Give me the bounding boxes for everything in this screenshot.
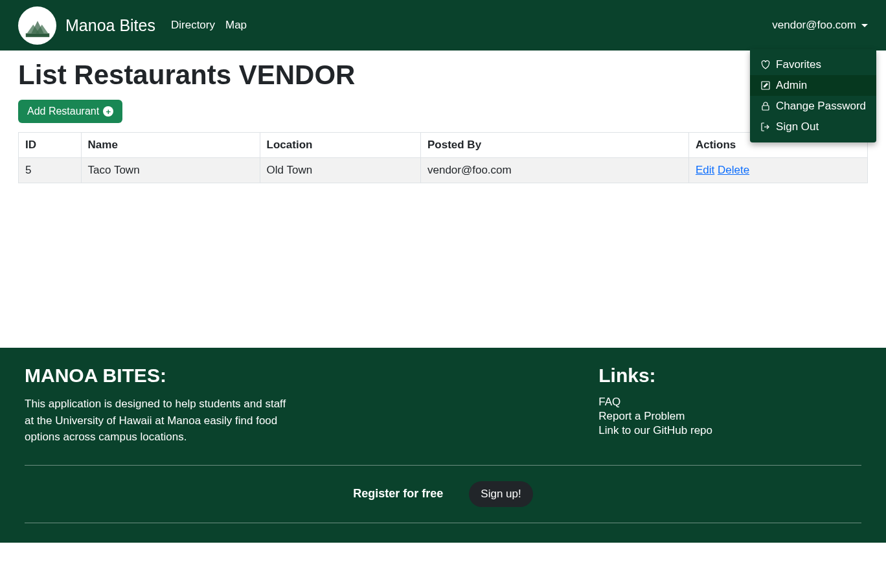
svg-rect-5 xyxy=(762,106,769,110)
user-dropdown-toggle[interactable]: vendor@foo.com xyxy=(772,19,868,32)
pencil-square-icon xyxy=(760,80,771,91)
delete-link[interactable]: Delete xyxy=(718,164,749,176)
footer-links-title: Links: xyxy=(598,365,712,387)
th-id: ID xyxy=(19,133,82,158)
cell-location: Old Town xyxy=(260,158,420,183)
nav-right: vendor@foo.com Favorites Admin Change Pa… xyxy=(772,19,868,32)
dropdown-label-favorites: Favorites xyxy=(776,58,821,71)
signup-button[interactable]: Sign up! xyxy=(469,481,532,507)
navbar: Manoa Bites Directory Map vendor@foo.com… xyxy=(0,0,886,51)
dropdown-label-admin: Admin xyxy=(776,79,807,92)
th-posted-by: Posted By xyxy=(420,133,688,158)
nav-link-map[interactable]: Map xyxy=(225,19,247,32)
footer-divider-bottom xyxy=(25,523,861,523)
sign-out-icon xyxy=(760,122,771,132)
dropdown-label-sign-out: Sign Out xyxy=(776,120,819,133)
footer-links-list: FAQ Report a Problem Link to our GitHub … xyxy=(598,396,712,437)
cell-name: Taco Town xyxy=(81,158,260,183)
footer-about: MANOA BITES: This application is designe… xyxy=(25,365,297,446)
nav-links: Directory Map xyxy=(171,19,247,32)
user-email: vendor@foo.com xyxy=(772,19,856,32)
table-row: 5 Taco Town Old Town vendor@foo.com Edit… xyxy=(19,158,868,183)
lock-icon xyxy=(760,101,771,111)
caret-down-icon xyxy=(861,24,868,27)
restaurants-table: ID Name Location Posted By Actions 5 Tac… xyxy=(18,132,868,183)
footer-link-faq[interactable]: FAQ xyxy=(598,396,712,409)
table-header-row: ID Name Location Posted By Actions xyxy=(19,133,868,158)
footer-about-title: MANOA BITES: xyxy=(25,365,297,387)
brand-title[interactable]: Manoa Bites xyxy=(65,16,155,35)
nav-left: Manoa Bites Directory Map xyxy=(18,6,247,45)
footer: MANOA BITES: This application is designe… xyxy=(0,348,886,543)
page-title: List Restaurants VENDOR xyxy=(18,60,868,91)
dropdown-item-sign-out[interactable]: Sign Out xyxy=(750,117,876,137)
cta-text: Register for free xyxy=(353,487,443,501)
add-restaurant-label: Add Restaurant xyxy=(27,106,99,117)
dropdown-item-admin[interactable]: Admin xyxy=(750,75,876,96)
footer-about-desc: This application is designed to help stu… xyxy=(25,396,297,446)
cell-posted-by: vendor@foo.com xyxy=(420,158,688,183)
th-location: Location xyxy=(260,133,420,158)
user-dropdown-menu: Favorites Admin Change Password Sign Out xyxy=(750,49,876,142)
dropdown-label-change-password: Change Password xyxy=(776,100,866,113)
dropdown-item-change-password[interactable]: Change Password xyxy=(750,96,876,117)
nav-link-directory[interactable]: Directory xyxy=(171,19,215,32)
plus-circle-icon: + xyxy=(103,106,113,117)
logo-icon xyxy=(22,10,53,41)
cell-actions: Edit Delete xyxy=(688,158,867,183)
footer-cta: Register for free Sign up! xyxy=(25,466,861,523)
svg-rect-3 xyxy=(25,33,49,37)
add-restaurant-button[interactable]: Add Restaurant + xyxy=(18,100,122,123)
footer-link-github[interactable]: Link to our GitHub repo xyxy=(598,424,712,437)
th-name: Name xyxy=(81,133,260,158)
brand-logo[interactable] xyxy=(18,6,56,45)
footer-top: MANOA BITES: This application is designe… xyxy=(25,365,861,465)
dropdown-item-favorites[interactable]: Favorites xyxy=(750,54,876,75)
footer-links-section: Links: FAQ Report a Problem Link to our … xyxy=(598,365,712,446)
footer-link-report[interactable]: Report a Problem xyxy=(598,410,712,423)
edit-link[interactable]: Edit xyxy=(696,164,714,176)
cell-id: 5 xyxy=(19,158,82,183)
heart-icon xyxy=(760,60,771,70)
